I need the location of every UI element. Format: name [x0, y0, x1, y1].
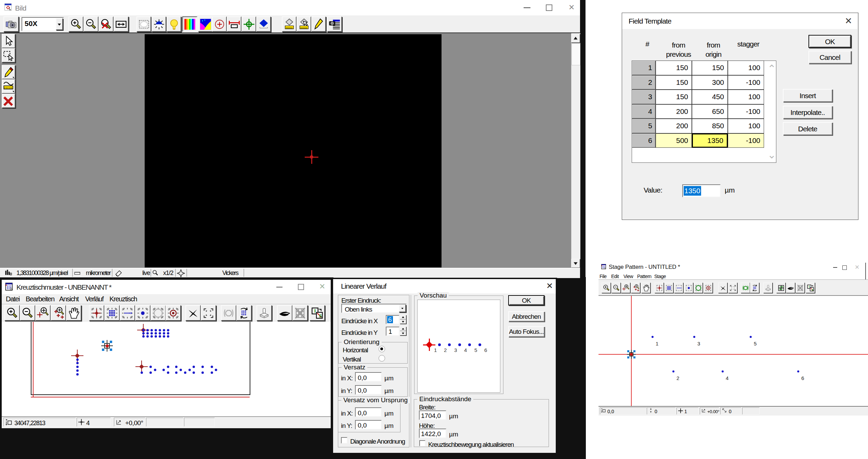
svg-text:S: S — [811, 288, 813, 291]
svg-text:I: I — [808, 285, 809, 288]
svg-text:S: S — [319, 313, 322, 318]
svg-text:I: I — [314, 308, 316, 314]
